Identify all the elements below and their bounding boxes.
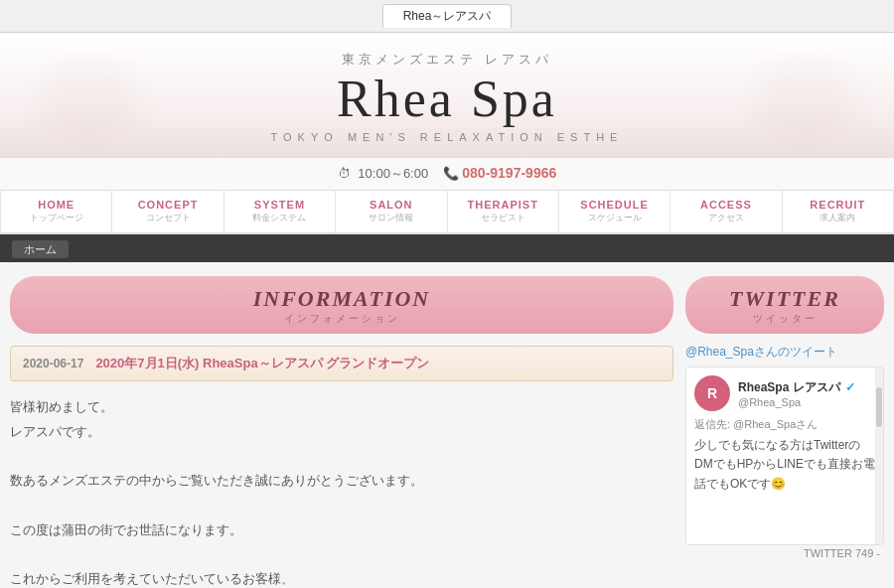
en-site-title: Rhea Spa <box>0 71 894 127</box>
nav-item-system[interactable]: SYSTEM 料金システム <box>224 191 336 232</box>
news-date: 2020-06-17 <box>23 357 83 370</box>
information-title-en: INFORMATION <box>10 286 673 312</box>
body-text: 皆様初めまして。 レアスパです。 数あるメンズエステの中からご覧いただき誠にあり… <box>10 391 673 588</box>
tweet-username: RheaSpa レアスパ ✓ <box>738 379 855 396</box>
scrollbar[interactable] <box>875 368 883 544</box>
nav-item-recruit[interactable]: RECRUIT 求人案内 <box>783 191 894 232</box>
main-content: INFORMATION インフォメーション 2020-06-17 2020年7月… <box>0 262 894 588</box>
verified-icon: ✓ <box>845 380 855 394</box>
tweet-body: 少しでも気になる方はTwitterのDMでもHPからLINEでも直接お電話でもO… <box>694 436 875 494</box>
news-item[interactable]: 2020-06-17 2020年7月1日(水) RheaSpa～レアスパ グラン… <box>10 346 673 381</box>
information-header: INFORMATION インフォメーション <box>10 276 673 334</box>
tab-bar: Rhea～レアスパ <box>0 0 894 33</box>
avatar: R <box>694 375 730 411</box>
business-hours: 10:00～6:00 <box>358 166 428 181</box>
twitter-title-en: TWITTER <box>685 286 884 312</box>
main-nav: HOME トップページ CONCEPT コンセプト SYSTEM 料金システム … <box>0 191 894 234</box>
breadcrumb: ホーム <box>0 234 894 262</box>
breadcrumb-home[interactable]: ホーム <box>12 240 69 258</box>
nav-item-salon[interactable]: SALON サロン情報 <box>336 191 447 232</box>
twitter-count: TWITTER 749 - <box>685 545 884 561</box>
active-tab[interactable]: Rhea～レアスパ <box>382 4 513 28</box>
twitter-feed: R RheaSpa レアスパ ✓ @Rhea_Spa 返信先: @Rhea_Sp… <box>685 367 884 545</box>
tweet-user: R RheaSpa レアスパ ✓ @Rhea_Spa <box>694 375 875 411</box>
phone-icon: 📞 <box>443 166 459 181</box>
twitter-handle-link[interactable]: @Rhea_Spaさんのツイート <box>685 344 884 361</box>
nav-item-concept[interactable]: CONCEPT コンセプト <box>112 191 224 232</box>
phone-link[interactable]: 080-9197-9966 <box>462 165 556 181</box>
nav-item-schedule[interactable]: SCHEDULE スケジュール <box>559 191 670 232</box>
site-header: 東京メンズエステ レアスパ Rhea Spa TOKYO MEN'S RELAX… <box>0 33 894 158</box>
information-section: INFORMATION インフォメーション 2020-06-17 2020年7月… <box>10 276 673 588</box>
nav-item-home[interactable]: HOME トップページ <box>0 191 112 232</box>
twitter-sidebar: TWITTER ツイッター @Rhea_Spaさんのツイート R RheaSpa… <box>685 276 884 588</box>
twitter-section-header: TWITTER ツイッター <box>685 276 884 334</box>
information-title-jp: インフォメーション <box>10 312 673 326</box>
tweet-reply-label: 返信先: @Rhea_Spaさん <box>694 417 875 432</box>
twitter-title-jp: ツイッター <box>685 312 884 326</box>
contact-bar: ⏱ 10:00～6:00 📞 080-9197-9966 <box>0 158 894 191</box>
nav-item-access[interactable]: ACCESS アクセス <box>670 191 782 232</box>
news-title: 2020年7月1日(水) RheaSpa～レアスパ グランドオープン <box>95 355 429 372</box>
jp-site-title: 東京メンズエステ レアスパ <box>0 51 894 69</box>
site-subtitle: TOKYO MEN'S RELAXATION ESTHE <box>0 131 894 143</box>
clock-icon: ⏱ <box>338 166 351 181</box>
scrollbar-thumb[interactable] <box>876 387 882 427</box>
nav-item-therapist[interactable]: THERAPIST セラピスト <box>448 191 559 232</box>
tweet-handle: @Rhea_Spa <box>738 396 855 408</box>
